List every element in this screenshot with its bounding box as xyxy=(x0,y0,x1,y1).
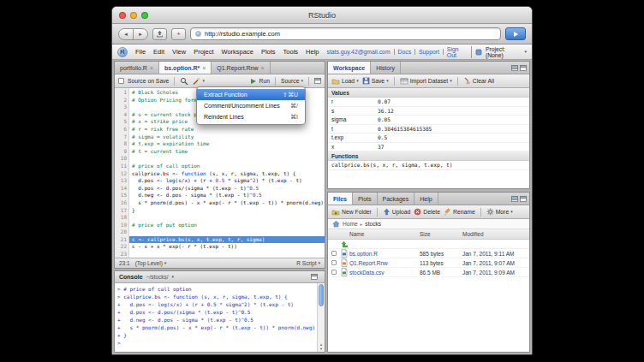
menu-item[interactable]: Comment/Uncomment Lines⌘/ xyxy=(197,100,305,111)
file-row[interactable]: Q1.Report.Rnw113 bytesJan 7, 2011, 9:07 … xyxy=(328,258,529,268)
maximize-pane-icon[interactable] xyxy=(311,274,318,280)
load-workspace-button[interactable]: Load ▾ xyxy=(331,78,359,85)
code-line[interactable] xyxy=(129,228,325,236)
clear-all-button[interactable]: Clear All xyxy=(463,77,494,85)
file-checkbox[interactable] xyxy=(331,270,337,275)
minimize-pane-icon[interactable] xyxy=(511,196,518,202)
menu-item[interactable]: Reindent Lines⌘I xyxy=(197,111,305,122)
workspace-value-row[interactable]: r0.07 xyxy=(328,98,529,107)
close-window-button[interactable] xyxy=(119,12,126,19)
source-button[interactable]: Source ▾ xyxy=(281,78,303,84)
menu-item[interactable]: Extract Function⇧⌘U xyxy=(197,89,305,100)
zoom-window-button[interactable] xyxy=(141,12,148,19)
file-checkbox[interactable] xyxy=(331,251,337,256)
tab-help[interactable]: Help xyxy=(414,193,438,205)
menu-plots[interactable]: Plots xyxy=(261,48,276,56)
code-line[interactable]: s * pnorm(d.pos) - x * exp(- r * (t.exp … xyxy=(129,199,325,207)
account-email-link[interactable]: stats.guy.42@gmail.com xyxy=(327,49,395,55)
close-tab-icon[interactable]: × xyxy=(150,65,153,71)
delete-button[interactable]: Delete xyxy=(414,208,440,216)
code-tools-button[interactable]: ▾ xyxy=(192,77,205,86)
code-line-selected[interactable]: c <- callprice.bs(s, x, t.exp, t, r, sig… xyxy=(129,236,325,244)
code-line[interactable]: # r = risk free rate xyxy=(129,126,325,134)
code-line[interactable]: d.pos <- log(s/x) + (r + 0.5 * sigma^2) … xyxy=(129,177,325,185)
code-line[interactable]: d.pos <- d.pos/(sigma * (t.exp - t)^0.5 xyxy=(129,185,325,193)
close-tab-icon[interactable]: × xyxy=(261,65,265,71)
file-name-link[interactable]: bs.option.R xyxy=(349,251,420,257)
tab-history[interactable]: History xyxy=(371,62,401,74)
file-name-link[interactable]: Q1.Report.Rnw xyxy=(349,260,420,266)
workspace-value-row[interactable]: t0.384615384615385 xyxy=(328,125,529,134)
console-scrollbar[interactable]: ▲ ▼ xyxy=(317,283,325,352)
parent-directory-row[interactable] xyxy=(328,240,529,249)
find-replace-button[interactable] xyxy=(180,77,188,86)
file-name-link[interactable]: stockData.csv xyxy=(349,270,420,276)
scope-selector[interactable]: (Top Level) ▾ xyxy=(135,260,167,266)
minimize-window-button[interactable] xyxy=(130,12,137,19)
code-line[interactable]: # price of call option xyxy=(129,163,325,170)
tab-workspace[interactable]: Workspace xyxy=(328,62,371,74)
maximize-pane-icon[interactable] xyxy=(520,65,527,71)
console-output[interactable]: > # price of call option> callprice.bs <… xyxy=(115,283,317,352)
code-line[interactable]: callprice.bs <- function (s, x, r, sigma… xyxy=(129,170,325,178)
menu-edit[interactable]: Edit xyxy=(153,48,164,56)
menu-view[interactable]: View xyxy=(172,48,186,56)
upload-button[interactable]: Upload xyxy=(383,208,411,216)
code-line[interactable] xyxy=(129,214,325,222)
maximize-pane-icon[interactable] xyxy=(520,196,527,202)
workspace-value-row[interactable]: s36.12 xyxy=(328,107,529,116)
tab-portfolio-r[interactable]: portfolio.R × xyxy=(115,62,159,74)
workspace-function-row[interactable]: callprice.bs(s, x, r, sigma, t.exp, t) xyxy=(328,161,529,170)
more-button[interactable]: More ▾ xyxy=(486,208,513,216)
source-on-save-checkbox[interactable] xyxy=(118,78,124,84)
tab-bs-option-r[interactable]: bs.option.R* × xyxy=(159,62,212,74)
console-working-directory[interactable]: ~/stocks/ xyxy=(146,274,169,280)
support-link[interactable]: Support xyxy=(419,49,444,55)
project-selector[interactable]: Project: (None) xyxy=(486,46,522,58)
code-line[interactable]: # price of put option xyxy=(129,222,325,229)
tab-q1-report-rnw[interactable]: Q1.Report.Rnw × xyxy=(212,62,270,74)
tab-files[interactable]: Files xyxy=(328,193,353,205)
tab-packages[interactable]: Packages xyxy=(378,193,415,205)
go-button[interactable] xyxy=(505,27,526,40)
file-type-selector[interactable]: R Script ▾ xyxy=(296,260,320,266)
import-dataset-button[interactable]: Import Dataset ▾ xyxy=(400,78,452,85)
workspace-value-row[interactable]: sigma0.05 xyxy=(328,116,529,125)
menu-help[interactable]: Help xyxy=(306,48,319,56)
minimize-pane-icon[interactable] xyxy=(511,65,518,71)
workspace-value-row[interactable]: t.exp0.5 xyxy=(328,134,529,143)
breadcrumb-home[interactable]: Home xyxy=(343,221,358,227)
workspace-value-row[interactable]: x37 xyxy=(328,143,529,152)
docs-link[interactable]: Docs xyxy=(398,49,416,55)
run-button[interactable]: Run xyxy=(250,78,269,85)
column-size[interactable]: Size xyxy=(420,231,462,237)
url-field[interactable]: http://rstudio.example.com xyxy=(190,27,501,40)
scroll-down-icon[interactable]: ▼ xyxy=(318,347,325,351)
code-line[interactable]: c - s + x * exp(- r * (t.exp - t)) xyxy=(129,243,325,251)
column-modified[interactable]: Modified xyxy=(462,231,529,237)
code-line[interactable]: # t = current time xyxy=(129,148,325,156)
column-name[interactable]: Name xyxy=(349,231,420,237)
back-button[interactable]: ◂ xyxy=(118,28,134,40)
menu-tools[interactable]: Tools xyxy=(283,48,299,56)
forward-button[interactable]: ▸ xyxy=(133,28,148,40)
code-line[interactable]: # sigma = volatility xyxy=(129,134,325,141)
menu-project[interactable]: Project xyxy=(194,48,213,56)
new-folder-button[interactable]: New Folder xyxy=(331,209,372,216)
close-tab-icon[interactable]: × xyxy=(202,65,206,71)
save-workspace-button[interactable]: Save ▾ xyxy=(362,77,389,85)
maximize-pane-icon[interactable] xyxy=(314,78,321,84)
new-tab-button[interactable]: + xyxy=(171,28,186,40)
titlebar[interactable]: RStudio xyxy=(112,7,532,24)
breadcrumb-folder[interactable]: stocks xyxy=(365,221,381,227)
code-line[interactable]: } xyxy=(129,207,325,215)
code-line[interactable]: # t.exp = expiration time xyxy=(129,140,325,148)
sign-out-link[interactable]: Sign Out xyxy=(447,46,472,58)
code-line[interactable] xyxy=(129,155,325,163)
menu-file[interactable]: File xyxy=(135,48,146,56)
file-row[interactable]: stockData.csv86.5 MBJan 7, 2011, 9:09 AM xyxy=(328,268,529,277)
share-button[interactable] xyxy=(152,28,167,40)
file-row[interactable]: bs.option.R585 bytesJan 7, 2011, 9:11 AM xyxy=(328,249,529,258)
file-checkbox[interactable] xyxy=(331,260,337,265)
tab-plots[interactable]: Plots xyxy=(353,193,378,205)
